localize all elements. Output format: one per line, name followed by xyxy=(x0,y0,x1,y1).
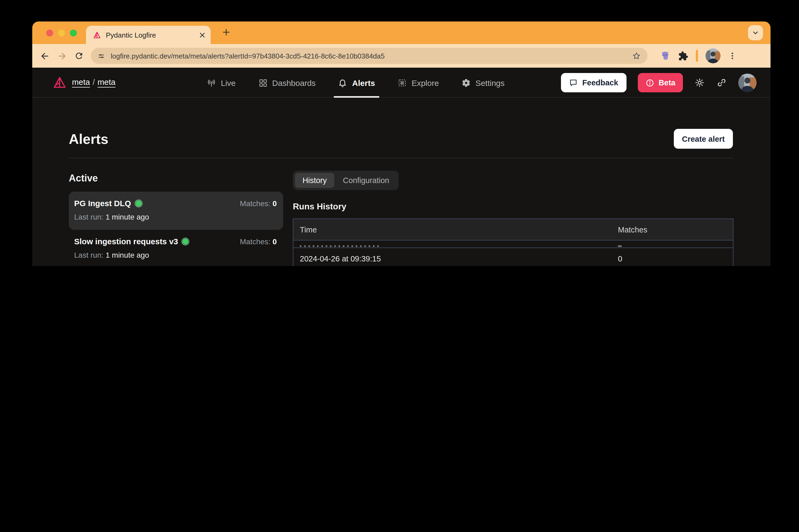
tab-group-divider xyxy=(696,50,698,62)
nav-items: Live Dashboards Alerts Explore Settings xyxy=(207,68,505,98)
tab-title: Pydantic Logfire xyxy=(106,31,195,39)
window-controls xyxy=(46,30,77,37)
extensions-puzzle-icon[interactable] xyxy=(678,51,688,61)
alert-list-item[interactable]: Slow ingestion requests v3 Matches:0 Las… xyxy=(69,230,283,266)
runs-history-table: Time Matches 2024-04-26 at 09:39:15 0 20… xyxy=(293,218,733,266)
minimize-window-button[interactable] xyxy=(58,30,65,37)
nav-right-cluster: Feedback Beta xyxy=(561,68,757,98)
run-time: 2024-04-26 at 09:39:15 xyxy=(300,254,381,263)
feedback-label: Feedback xyxy=(582,78,618,87)
active-alert-list: PG Ingest DLQ Matches:0 Last run:1 minut… xyxy=(69,192,283,266)
browser-tab[interactable]: Pydantic Logfire xyxy=(86,26,211,44)
alert-name: PG Ingest DLQ xyxy=(74,198,141,208)
alert-name: Slow ingestion requests v3 xyxy=(74,237,188,246)
runs-col-matches: Matches xyxy=(612,225,733,234)
bell-icon xyxy=(338,78,347,87)
toolbar-extensions-area xyxy=(660,48,737,63)
tab-configuration[interactable]: Configuration xyxy=(335,173,397,188)
speech-bubble-icon xyxy=(569,78,577,87)
broadcast-icon xyxy=(207,78,216,87)
logfire-logo-icon[interactable] xyxy=(53,76,67,89)
alert-status-dot xyxy=(136,201,141,206)
runs-history-heading: Runs History xyxy=(293,202,733,211)
app-navbar: meta/meta Live Dashboards Alerts Explore xyxy=(32,68,770,98)
new-tab-icon[interactable] xyxy=(221,27,231,37)
beta-button[interactable]: Beta xyxy=(637,73,683,92)
page-content: Alerts Create alert Active PG Ingest DLQ… xyxy=(32,98,770,266)
alert-matches: Matches:0 xyxy=(240,237,277,246)
nav-label-explore: Explore xyxy=(412,78,439,87)
active-section-heading: Active xyxy=(69,173,283,184)
favicon-logfire-icon xyxy=(93,31,101,39)
title-divider xyxy=(69,158,733,158)
browser-toolbar: logfire.pydantic.dev/meta/meta/alerts?al… xyxy=(32,44,770,68)
nav-item-explore[interactable]: Explore xyxy=(398,68,439,98)
tab-search-button[interactable] xyxy=(748,25,763,40)
breadcrumb: meta/meta xyxy=(72,77,115,87)
beta-label: Beta xyxy=(658,78,675,87)
theme-toggle-sun-icon[interactable] xyxy=(694,77,705,88)
nav-label-live: Live xyxy=(221,78,236,87)
browser-window: Pydantic Logfire xyxy=(32,21,770,266)
alert-matches: Matches:0 xyxy=(240,199,277,208)
nav-label-settings: Settings xyxy=(475,78,505,87)
alert-list-item[interactable]: PG Ingest DLQ Matches:0 Last run:1 minut… xyxy=(69,192,283,230)
nav-item-alerts[interactable]: Alerts xyxy=(338,68,375,98)
chevron-down-icon xyxy=(752,29,759,37)
zoom-window-button[interactable] xyxy=(70,30,77,37)
history-configuration-tabs: History Configuration xyxy=(293,171,399,190)
runs-col-time: Time xyxy=(293,225,612,234)
query-list-icon xyxy=(398,78,407,87)
alert-last-run: Last run:1 minute ago xyxy=(74,213,277,221)
site-controls-icon[interactable] xyxy=(97,52,105,60)
tab-history[interactable]: History xyxy=(295,173,334,188)
screenshot-stage: Pydantic Logfire xyxy=(0,0,799,266)
breadcrumb-org-link[interactable]: meta xyxy=(72,77,90,87)
breadcrumb-separator: / xyxy=(90,77,97,87)
nav-label-dashboards: Dashboards xyxy=(272,78,316,87)
share-link-icon[interactable] xyxy=(716,77,727,88)
back-icon[interactable] xyxy=(40,51,50,61)
feedback-button[interactable]: Feedback xyxy=(561,73,626,92)
grid-icon xyxy=(258,78,267,87)
info-circle-icon xyxy=(645,78,654,87)
browser-menu-kebab-icon[interactable] xyxy=(728,52,737,60)
octocat-extension-icon[interactable] xyxy=(660,51,671,61)
nav-item-live[interactable]: Live xyxy=(207,68,236,98)
forward-icon[interactable] xyxy=(57,51,67,61)
browser-tab-strip: Pydantic Logfire xyxy=(32,21,770,44)
runs-table-body: 2024-04-26 at 09:39:15 0 2024-04-26 at 0… xyxy=(293,248,733,266)
reload-icon[interactable] xyxy=(74,51,84,61)
nav-item-settings[interactable]: Settings xyxy=(461,68,505,98)
nav-label-alerts: Alerts xyxy=(352,78,375,87)
breadcrumb-project-link[interactable]: meta xyxy=(97,77,115,87)
alert-detail-panel: History Configuration Runs History Time … xyxy=(293,171,733,266)
runs-table-header: Time Matches xyxy=(293,219,733,241)
browser-profile-avatar[interactable] xyxy=(706,48,721,63)
nav-item-dashboards[interactable]: Dashboards xyxy=(258,68,316,98)
page-title: Alerts xyxy=(69,131,108,148)
alerts-sidebar: Active PG Ingest DLQ Matches:0 Last run:… xyxy=(69,173,283,266)
alert-status-dot xyxy=(183,239,188,244)
close-window-button[interactable] xyxy=(46,30,53,37)
tab-close-icon[interactable] xyxy=(199,32,205,38)
alert-last-run: Last run:1 minute ago xyxy=(74,251,277,259)
runs-table-row[interactable]: 2024-04-26 at 09:39:15 0 xyxy=(293,248,733,266)
create-alert-button[interactable]: Create alert xyxy=(674,129,733,149)
bookmark-star-icon[interactable] xyxy=(632,51,641,60)
url-bar[interactable]: logfire.pydantic.dev/meta/meta/alerts?al… xyxy=(91,48,648,64)
run-matches: 0 xyxy=(618,254,622,263)
gear-icon xyxy=(461,78,471,87)
user-avatar[interactable] xyxy=(738,74,757,92)
runs-clipped-row xyxy=(293,241,733,248)
url-text: logfire.pydantic.dev/meta/meta/alerts?al… xyxy=(111,52,627,60)
